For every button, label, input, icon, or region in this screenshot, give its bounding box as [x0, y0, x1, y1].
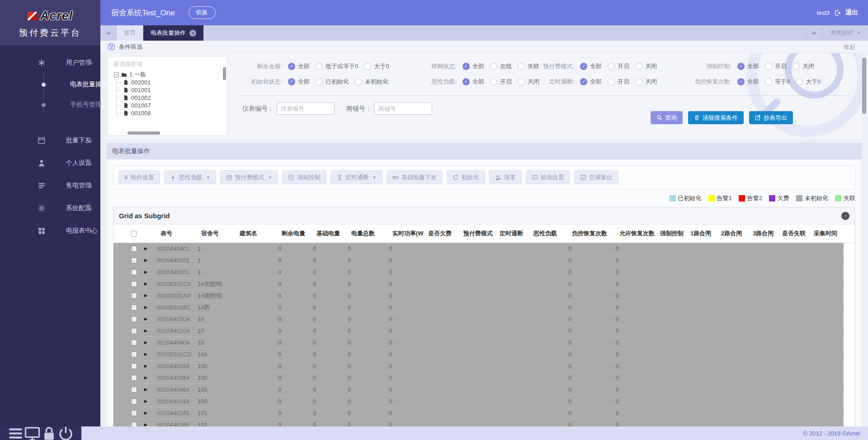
expand-row-icon[interactable]: ▶ — [144, 294, 147, 298]
radio-checked-icon[interactable]: ✓ — [580, 63, 587, 70]
tree-root-node[interactable]: 1:一栋 — [114, 70, 227, 79]
column-header-8[interactable]: 预付费模式 — [459, 229, 495, 238]
column-header-11[interactable]: 负控恢复次数 — [567, 229, 615, 238]
toolbar-button-1[interactable]: 恶性负载▼ — [164, 170, 216, 184]
radio-option[interactable]: 关闭 — [793, 62, 814, 70]
collapse-filter-link[interactable]: 收起 — [844, 43, 855, 51]
radio-option[interactable]: ✓全部 — [737, 62, 759, 70]
column-header-6[interactable]: 实时功率(W) — [388, 229, 424, 238]
radio-option[interactable]: ✓全部 — [288, 78, 310, 86]
column-header-18[interactable]: 采集时间 — [809, 229, 844, 238]
filter-action-0[interactable]: 查询 — [651, 111, 683, 124]
column-header-15[interactable]: 2路合闸 — [717, 229, 748, 238]
radio-icon[interactable] — [355, 78, 362, 85]
tabs-scroll-right-button[interactable] — [806, 25, 822, 41]
close-operations-dropdown[interactable]: 关闭操作 ▼ — [822, 25, 868, 41]
sidebar-subitem-0[interactable]: 电表批量操作 — [0, 74, 100, 94]
tree-node-4[interactable]: 001008 — [117, 109, 227, 117]
column-header-10[interactable]: 恶性负载 — [529, 229, 567, 238]
radio-icon[interactable] — [635, 78, 642, 85]
radio-option[interactable]: ✓全部 — [580, 78, 602, 86]
meter-no-input[interactable] — [277, 103, 335, 115]
radio-option[interactable]: 开启 — [608, 78, 629, 86]
radio-option[interactable]: ✓全部 — [462, 62, 484, 70]
radio-icon[interactable] — [765, 63, 772, 70]
column-header-9[interactable]: 定时通断 — [495, 229, 529, 238]
row-checkbox[interactable] — [131, 328, 137, 334]
expand-row-icon[interactable]: ▶ — [144, 388, 147, 392]
filter-card-scrollbar[interactable] — [862, 58, 866, 114]
radio-icon[interactable] — [635, 63, 642, 70]
column-header-4[interactable]: 基础电量 — [312, 229, 347, 238]
grid-collapse-icon[interactable]: ↑ — [841, 212, 849, 220]
row-checkbox[interactable] — [131, 246, 137, 252]
row-checkbox[interactable] — [131, 281, 137, 287]
radio-checked-icon[interactable]: ✓ — [737, 63, 745, 70]
expand-row-icon[interactable]: ▶ — [144, 364, 147, 368]
expand-row-icon[interactable]: ▶ — [144, 411, 147, 415]
toolbar-button-6[interactable]: 初始化 — [447, 170, 485, 184]
radio-icon[interactable] — [608, 78, 615, 85]
tree-node-1[interactable]: 001001 — [117, 86, 227, 94]
sidebar-item-5[interactable]: 电报表中心‹ — [0, 220, 100, 242]
radio-icon[interactable] — [490, 63, 497, 70]
tree-node-0[interactable]: 002001 — [117, 79, 227, 86]
tree-node-2[interactable]: 001002 — [117, 94, 227, 102]
footer-menu-button[interactable] — [7, 425, 24, 440]
row-checkbox[interactable] — [131, 304, 137, 310]
radio-option[interactable]: 关闭 — [635, 78, 657, 86]
toolbar-button-2[interactable]: 预付费模式▼ — [220, 170, 278, 184]
column-header-1[interactable]: 宿舍号 — [197, 229, 235, 238]
radio-option[interactable]: ✓全部 — [580, 62, 602, 70]
toolbar-button-9[interactable]: 空调复位 — [574, 170, 618, 184]
radio-option[interactable]: ✓全部 — [288, 62, 310, 70]
filter-action-1[interactable]: 清除搜索条件 — [688, 111, 744, 124]
footer-monitor-button[interactable] — [24, 425, 41, 440]
sidebar-item-0[interactable]: 用户管理‹ — [0, 51, 100, 74]
expand-row-icon[interactable]: ▶ — [144, 352, 147, 356]
column-header-3[interactable]: 剩余电量 — [277, 229, 312, 238]
tab-0[interactable]: 首页 — [117, 25, 143, 41]
tree-horizontal-scrollbar[interactable] — [127, 131, 160, 135]
radio-icon[interactable] — [765, 78, 772, 85]
radio-checked-icon[interactable]: ✓ — [462, 63, 470, 70]
column-header-17[interactable]: 是否失联 — [778, 229, 809, 238]
radio-icon[interactable] — [793, 63, 800, 70]
column-header-12[interactable]: 允许恢复次数 — [615, 229, 656, 238]
radio-option[interactable]: ✓全部 — [462, 78, 484, 86]
column-header-16[interactable]: 3路合闸 — [748, 229, 778, 238]
column-header-7[interactable]: 是否欠费 — [424, 229, 459, 238]
radio-icon[interactable] — [490, 78, 497, 85]
footer-power-button[interactable] — [57, 425, 74, 440]
row-checkbox[interactable] — [131, 316, 137, 322]
toolbar-button-8[interactable]: 短信设置 — [526, 170, 570, 184]
row-checkbox[interactable] — [131, 363, 137, 369]
radio-icon[interactable] — [796, 78, 803, 85]
expand-row-icon[interactable]: ▶ — [144, 270, 147, 274]
radio-option[interactable]: 大于0 — [796, 78, 821, 86]
radio-icon[interactable] — [364, 63, 371, 70]
radio-option[interactable]: 开启 — [765, 62, 787, 70]
expand-row-icon[interactable]: ▶ — [144, 341, 147, 345]
radio-icon[interactable] — [608, 63, 615, 70]
toolbar-button-0[interactable]: ¥电价设置 — [118, 170, 160, 184]
row-checkbox[interactable] — [131, 293, 137, 299]
radio-checked-icon[interactable]: ✓ — [462, 78, 470, 85]
expand-row-icon[interactable]: ▶ — [144, 376, 147, 380]
radio-icon[interactable] — [518, 78, 525, 85]
radio-option[interactable]: 低于或等于0 — [316, 62, 358, 70]
toolbar-button-7[interactable]: 清零 — [489, 170, 522, 184]
footer-lock-button[interactable] — [41, 425, 57, 440]
shop-no-input[interactable] — [374, 103, 432, 115]
toolbar-button-3[interactable]: 强制控制 — [282, 170, 326, 184]
column-header-5[interactable]: 电量总数 — [347, 229, 388, 238]
sidebar-item-3[interactable]: 售电管理‹ — [0, 174, 100, 197]
tree-node-3[interactable]: 001007 — [117, 102, 227, 109]
sidebar-subitem-1[interactable]: 手机号管理 — [0, 94, 100, 115]
expand-row-icon[interactable]: ▶ — [144, 258, 147, 262]
column-header-13[interactable]: 强制控制 — [656, 229, 686, 238]
row-checkbox[interactable] — [131, 257, 137, 263]
row-checkbox[interactable] — [131, 387, 137, 393]
row-checkbox[interactable] — [131, 375, 137, 381]
radio-checked-icon[interactable]: ✓ — [737, 78, 745, 85]
